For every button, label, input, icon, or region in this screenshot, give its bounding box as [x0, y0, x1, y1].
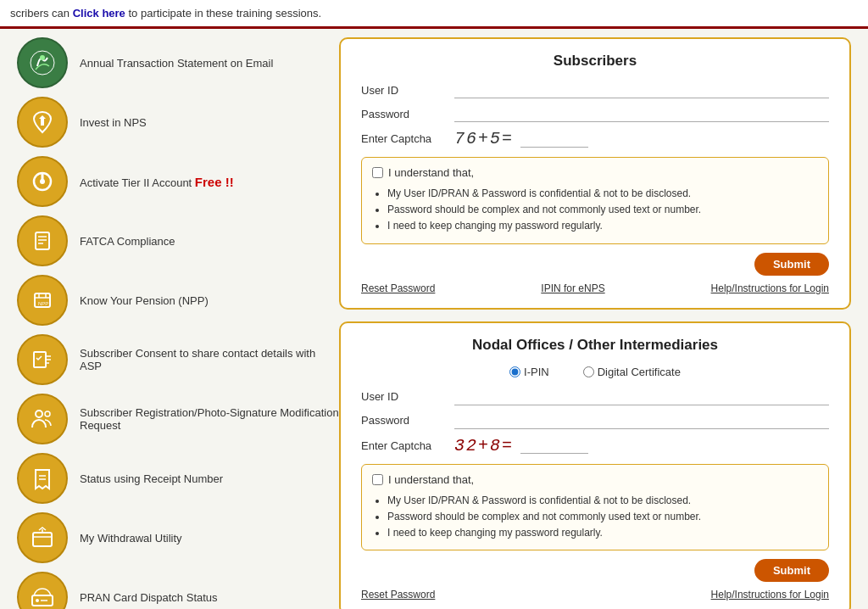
invest-nps-label: Invest in NPS: [80, 116, 147, 129]
reset-password-link[interactable]: Reset Password: [361, 282, 435, 294]
menu-item-fatca[interactable]: FATCA Compliance: [17, 215, 339, 266]
nodal-captcha-row: Enter Captcha 32+8=: [361, 436, 829, 455]
understand-label: I understand that,: [388, 166, 474, 179]
annual-statement-icon: [17, 37, 68, 88]
nodal-submit-row: Submit: [361, 559, 829, 582]
understand-bullet-3: I need to keep changing my password regu…: [387, 218, 818, 234]
withdrawal-icon: [17, 512, 68, 563]
ipin-radio-option[interactable]: I-PIN: [509, 366, 549, 378]
right-panels: Subscribers User ID Password Enter Captc…: [339, 37, 868, 609]
activate-tier2-icon: [17, 156, 68, 207]
captcha-image: 76+5=: [454, 129, 514, 148]
understand-list: My User ID/PRAN & Password is confidenti…: [387, 186, 818, 235]
subscriber-consent-icon: [17, 334, 68, 385]
nodal-understand-bullet-2: Password should be complex and not commo…: [387, 509, 818, 525]
nodal-captcha-input[interactable]: [520, 437, 588, 454]
password-label: Password: [361, 108, 454, 120]
know-pension-icon: NPP: [17, 275, 68, 326]
nodal-reset-password-link[interactable]: Reset Password: [361, 589, 435, 601]
understand-bullet-2: Password should be complex and not commo…: [387, 202, 818, 218]
digital-cert-label: Digital Certificate: [598, 366, 681, 378]
nodal-title: Nodal Offices / Other Intermediaries: [361, 337, 829, 354]
understand-header: I understand that,: [372, 166, 818, 179]
digital-cert-radio-option[interactable]: Digital Certificate: [583, 366, 681, 378]
menu-item-invest-nps[interactable]: Invest in NPS: [17, 97, 339, 148]
captcha-input[interactable]: [520, 131, 588, 148]
click-here-link[interactable]: Click here: [73, 7, 125, 20]
fatca-label: FATCA Compliance: [80, 235, 175, 248]
nodal-user-id-input[interactable]: [454, 388, 829, 405]
digital-cert-radio[interactable]: [583, 366, 594, 377]
password-input[interactable]: [454, 105, 829, 122]
svg-rect-13: [34, 352, 46, 367]
subscriber-registration-label: Subscriber Registration/Photo-Signature …: [80, 406, 339, 432]
radio-row: I-PIN Digital Certificate: [361, 366, 829, 378]
nodal-links-row: Reset Password Help/Instructions for Log…: [361, 589, 829, 601]
invest-nps-icon: [17, 97, 68, 148]
know-pension-label: Know Your Pension (NPP): [80, 294, 209, 307]
user-id-input[interactable]: [454, 81, 829, 98]
menu-item-activate-tier2[interactable]: Activate Tier II Account Free !!: [17, 156, 339, 207]
top-banner: scribers can Click here to participate i…: [0, 0, 868, 29]
nodal-understand-header: I understand that,: [372, 473, 818, 486]
captcha-row: Enter Captcha 76+5=: [361, 129, 829, 148]
banner-text-after: to participate in these training session…: [125, 7, 321, 20]
banner-text-before: scribers can: [10, 7, 73, 20]
nodal-captcha-label: Enter Captcha: [361, 439, 454, 452]
menu-item-annual-statement[interactable]: Annual Transaction Statement on Email: [17, 37, 339, 88]
activate-tier2-label: Activate Tier II Account Free !!: [80, 175, 234, 189]
svg-point-1: [40, 55, 45, 60]
svg-text:NPP: NPP: [38, 301, 48, 306]
menu-item-subscriber-registration[interactable]: Subscriber Registration/Photo-Signature …: [17, 394, 339, 444]
svg-point-3: [40, 179, 45, 184]
ipin-radio-label: I-PIN: [524, 366, 549, 378]
annual-statement-label: Annual Transaction Statement on Email: [80, 57, 273, 70]
nodal-password-label: Password: [361, 414, 454, 427]
fatca-icon: [17, 215, 68, 266]
menu-item-subscriber-consent[interactable]: Subscriber Consent to share contact deta…: [17, 334, 339, 385]
svg-rect-4: [36, 232, 49, 249]
user-id-label: User ID: [361, 84, 454, 97]
ipin-enps-link[interactable]: IPIN for eNPS: [541, 282, 604, 294]
left-menu: Annual Transaction Statement on Email In…: [17, 37, 339, 609]
menu-item-status-receipt[interactable]: Status using Receipt Number: [17, 453, 339, 504]
svg-point-15: [45, 411, 50, 416]
nodal-password-row: Password: [361, 412, 829, 429]
nodal-captcha-image: 32+8=: [454, 436, 514, 455]
pran-card-label: PRAN Card Dispatch Status: [80, 591, 218, 604]
user-id-row: User ID: [361, 81, 829, 98]
status-receipt-label: Status using Receipt Number: [80, 472, 223, 485]
menu-item-withdrawal[interactable]: My Withdrawal Utility: [17, 512, 339, 563]
subscribers-submit-button[interactable]: Submit: [754, 253, 829, 276]
understand-checkbox[interactable]: [372, 167, 383, 178]
ipin-radio[interactable]: [509, 366, 520, 377]
password-row: Password: [361, 105, 829, 122]
nodal-user-id-label: User ID: [361, 390, 454, 403]
nodal-understand-bullet-1: My User ID/PRAN & Password is confidenti…: [387, 493, 818, 509]
nodal-understand-label: I understand that,: [388, 473, 474, 486]
captcha-label: Enter Captcha: [361, 132, 454, 145]
nodal-understand-checkbox[interactable]: [372, 474, 383, 485]
svg-point-0: [31, 51, 54, 75]
nodal-understand-box: I understand that, My User ID/PRAN & Pas…: [361, 464, 829, 551]
nodal-password-input[interactable]: [454, 412, 829, 429]
nodal-understand-list: My User ID/PRAN & Password is confidenti…: [387, 493, 818, 542]
subscribers-title: Subscribers: [361, 53, 829, 70]
nodal-panel: Nodal Offices / Other Intermediaries I-P…: [339, 321, 851, 609]
help-login-link[interactable]: Help/Instructions for Login: [711, 282, 829, 294]
svg-rect-18: [33, 533, 52, 546]
subscriber-consent-label: Subscriber Consent to share contact deta…: [80, 347, 339, 372]
understand-bullet-1: My User ID/PRAN & Password is confidenti…: [387, 186, 818, 202]
menu-item-pran-card[interactable]: PRAN Card Dispatch Status: [17, 572, 339, 609]
svg-point-20: [36, 599, 39, 602]
nodal-user-id-row: User ID: [361, 388, 829, 405]
nodal-submit-button[interactable]: Submit: [754, 559, 829, 582]
menu-item-know-pension[interactable]: NPP Know Your Pension (NPP): [17, 275, 339, 326]
svg-point-14: [36, 411, 42, 417]
submit-row: Submit: [361, 253, 829, 276]
nodal-help-login-link[interactable]: Help/Instructions for Login: [711, 589, 829, 601]
understand-box: I understand that, My User ID/PRAN & Pas…: [361, 157, 829, 244]
subscribers-links-row: Reset Password IPIN for eNPS Help/Instru…: [361, 282, 829, 294]
withdrawal-label: My Withdrawal Utility: [80, 532, 182, 545]
subscriber-registration-icon: [17, 394, 68, 444]
